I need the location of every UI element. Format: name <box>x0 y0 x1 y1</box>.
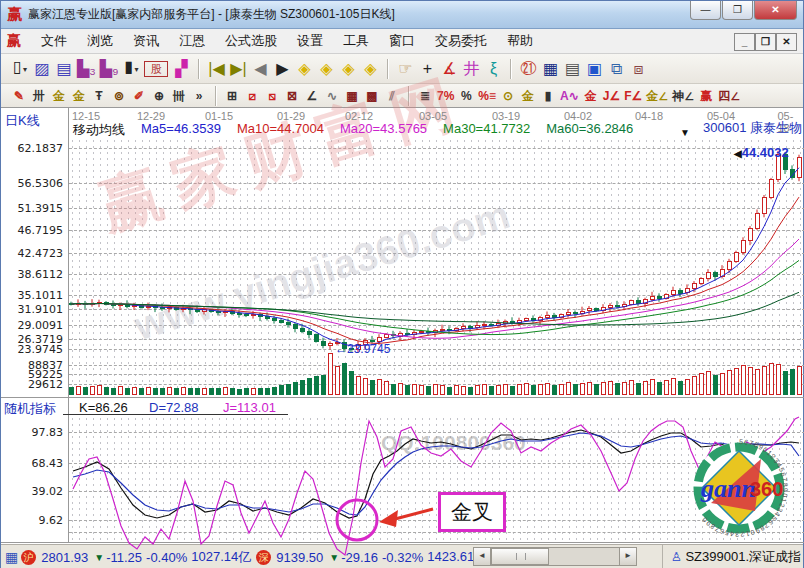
wave-a-icon[interactable]: A∿ <box>558 87 581 105</box>
gann-right-icon[interactable]: ◈ <box>315 57 337 81</box>
mdi-minimize-button[interactable]: _ <box>734 33 755 51</box>
calculator-icon[interactable]: ▦ <box>539 57 561 81</box>
gold-lines-icon[interactable]: 金 <box>518 87 538 105</box>
gold-red-icon[interactable]: 金 <box>581 87 601 105</box>
more-tools-icon[interactable]: » <box>189 87 209 105</box>
gold-angle-icon[interactable]: 金∠ <box>644 87 670 105</box>
info-list-icon[interactable]: ▤ <box>53 57 75 81</box>
gold-fence2-icon[interactable]: 金 <box>69 87 89 105</box>
fan-box-icon[interactable]: ⧅ <box>262 87 282 105</box>
brush2-icon[interactable]: ✐ <box>129 87 149 105</box>
si-angle-icon[interactable]: 四∠ <box>716 87 742 105</box>
mdi-restore-button[interactable]: ❐ <box>755 33 776 51</box>
spiral-icon[interactable]: ⊚ <box>109 87 129 105</box>
last-page-icon[interactable]: ▶| <box>227 57 249 81</box>
draw-brush-icon[interactable]: ✎ <box>9 87 29 105</box>
maximize-button[interactable]: ❐ <box>722 1 753 20</box>
scroll-left-button[interactable]: ◄ <box>474 548 491 565</box>
shen-angle-icon[interactable]: 神∠ <box>670 87 696 105</box>
stock-pick-icon[interactable]: 股 <box>144 61 168 77</box>
gann-compress-icon[interactable]: ◈ <box>359 57 381 81</box>
percent-lines-icon[interactable]: %≡ <box>476 87 498 105</box>
wave-brain-icon[interactable]: ξ <box>482 57 504 81</box>
candle-icon[interactable]: ▮▾ <box>120 55 142 82</box>
prev-page-icon[interactable]: ◀ <box>249 57 271 81</box>
mdi-close-button[interactable]: ✕ <box>776 33 797 51</box>
angle-lines-icon[interactable]: ∠ <box>302 87 322 105</box>
gann-box-icon[interactable]: 井 <box>460 57 482 81</box>
menu-item-资讯[interactable]: 资讯 <box>123 32 169 50</box>
first-page-icon[interactable]: |◀ <box>205 57 227 81</box>
angle-measure-icon[interactable]: ∡ <box>438 57 460 81</box>
histogram-icon[interactable]: ▞ <box>170 57 192 81</box>
menu-item-帮助[interactable]: 帮助 <box>497 32 543 50</box>
gridline <box>69 230 804 231</box>
gold-fence1-icon[interactable]: 金 <box>49 87 69 105</box>
kdj-axis-label: 9.62 <box>3 514 63 527</box>
fence2-icon[interactable]: 卌 <box>169 87 189 105</box>
menu-item-江恩[interactable]: 江恩 <box>169 32 215 50</box>
box-tool-icon[interactable]: ⊞ <box>222 87 242 105</box>
horizontal-scrollbar[interactable]: ◄ ► <box>473 547 637 566</box>
bars-3min-icon[interactable]: ▙₃ <box>75 57 98 81</box>
f-angle-icon[interactable]: F∠ <box>622 87 644 105</box>
logo-gann-text: gann <box>700 474 756 503</box>
crosshair-icon[interactable]: + <box>416 57 438 81</box>
current-index-name[interactable]: SZ399001.深证成指 <box>685 548 801 566</box>
kline-panel-label[interactable]: 日K线 <box>5 112 40 130</box>
main-chart-plot[interactable] <box>69 138 804 397</box>
percent-icon[interactable]: % <box>456 87 476 105</box>
gold-circle-icon[interactable]: ⊙ <box>498 87 518 105</box>
hatch-grid-icon[interactable]: ▦ <box>342 87 362 105</box>
gridline <box>69 309 804 310</box>
stock-label[interactable]: 300601 康泰生物 <box>703 119 802 137</box>
zigzag-icon[interactable]: ∿ <box>322 87 342 105</box>
menu-logo-icon: 赢 <box>7 32 21 50</box>
scroll-thumb[interactable] <box>491 548 549 565</box>
save-icon[interactable]: ▣ <box>583 57 605 81</box>
kline-style-icon-dropdown[interactable]: ▾ <box>23 65 27 74</box>
menu-item-交易委托[interactable]: 交易委托 <box>425 32 497 50</box>
gann-fence1-icon[interactable]: 卅 <box>29 87 49 105</box>
ruler-123-icon[interactable]: ≣ <box>415 87 435 105</box>
calendar-icon[interactable]: ㉑ <box>517 57 539 81</box>
gann-fan-icon[interactable]: ⧄ <box>242 87 262 105</box>
notes-icon[interactable]: ▤ <box>561 57 583 81</box>
gann-expand-icon[interactable]: ◈ <box>337 57 359 81</box>
multi-window-icon[interactable]: ▨ <box>31 57 53 81</box>
f-tool-icon[interactable]: Ŧ <box>89 87 109 105</box>
next-page-icon[interactable]: ▶ <box>271 57 293 81</box>
circle-cross-icon[interactable]: ⊕ <box>149 87 169 105</box>
menu-item-工具[interactable]: 工具 <box>333 32 379 50</box>
close-button[interactable]: ✕ <box>754 1 797 20</box>
price-axis-label: 29.0091 <box>3 319 63 332</box>
candle-icon-dropdown[interactable]: ▾ <box>134 65 138 74</box>
cross-box-icon[interactable]: ⊠ <box>282 87 302 105</box>
gridline <box>69 432 804 433</box>
win-tool-icon[interactable]: 赢 <box>696 87 716 105</box>
menu-item-浏览[interactable]: 浏览 <box>77 32 123 50</box>
price-axis-label: 62.1837 <box>3 142 63 155</box>
hand-tool-icon[interactable]: ☞ <box>394 57 416 81</box>
net-send-icon[interactable]: ⧉ <box>605 57 627 81</box>
parallel-lines-icon[interactable]: ⫽ <box>382 87 402 105</box>
net-update-icon[interactable]: ⧈ <box>627 57 649 81</box>
price-axis-label: 31.9101 <box>3 303 63 316</box>
scroll-right-button[interactable]: ► <box>619 548 636 565</box>
minimize-button[interactable]: — <box>690 1 721 20</box>
quote-table-icon[interactable]: ▦ <box>5 549 18 565</box>
gann-left-icon[interactable]: ◈ <box>293 57 315 81</box>
bars-9min-icon[interactable]: ▙₉ <box>98 57 121 81</box>
menu-item-设置[interactable]: 设置 <box>287 32 333 50</box>
menu-item-文件[interactable]: 文件 <box>31 32 77 50</box>
j-angle-icon[interactable]: J∠ <box>601 87 622 105</box>
menu-item-公式选股[interactable]: 公式选股 <box>215 32 287 50</box>
toolbar-separator <box>408 86 409 106</box>
price-axis-label: 35.1011 <box>3 289 63 302</box>
menu-item-窗口[interactable]: 窗口 <box>379 32 425 50</box>
percent7-icon[interactable]: 7% <box>435 87 456 105</box>
kdj-panel-label[interactable]: 随机指标 <box>4 400 56 418</box>
candle-brush-icon[interactable]: ▮ <box>538 87 558 105</box>
dense-grid-icon[interactable]: ▩ <box>362 87 382 105</box>
kline-style-icon[interactable]: ▯▾ <box>9 55 31 82</box>
